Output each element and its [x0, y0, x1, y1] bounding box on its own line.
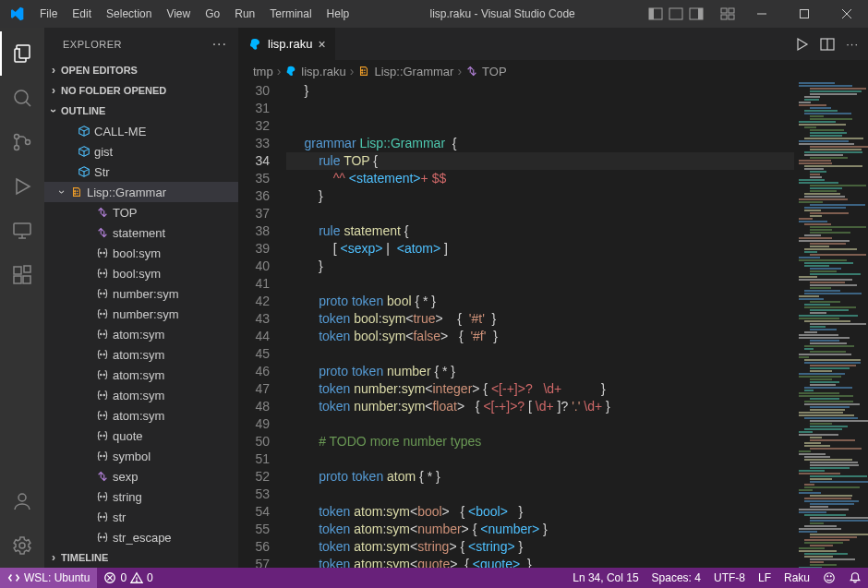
rule-icon: [94, 246, 111, 259]
svg-point-59: [103, 455, 104, 456]
outline-item[interactable]: TOP: [44, 202, 238, 222]
outline-item[interactable]: sexp: [44, 466, 238, 486]
svg-point-39: [103, 252, 104, 253]
run-debug-activity[interactable]: [0, 164, 44, 209]
minimize-button[interactable]: [741, 0, 783, 28]
svg-point-63: [103, 496, 104, 497]
outline-item[interactable]: Str: [44, 162, 238, 182]
rule-icon: [94, 531, 111, 544]
settings-activity[interactable]: [0, 523, 44, 568]
outline-item[interactable]: ›Lisp::Grammar: [44, 182, 238, 202]
panel-left-icon[interactable]: [648, 6, 663, 21]
explorer-title: EXPLORER: [63, 39, 122, 50]
breadcrumb-item[interactable]: TOP: [465, 65, 507, 78]
menu-edit[interactable]: Edit: [65, 0, 99, 28]
svg-rect-8: [729, 15, 734, 19]
language-mode[interactable]: Raku: [778, 568, 816, 588]
more-icon[interactable]: ···: [846, 37, 859, 51]
outline-item[interactable]: number:sym: [44, 283, 238, 304]
indentation[interactable]: Spaces: 4: [645, 568, 707, 588]
split-editor-icon[interactable]: [820, 37, 835, 52]
no-folder-section[interactable]: ›NO FOLDER OPENED: [44, 80, 238, 101]
open-editors-section[interactable]: ›OPEN EDITORS: [44, 60, 238, 80]
outline-item[interactable]: number:sym: [44, 304, 238, 324]
menu-selection[interactable]: Selection: [99, 0, 159, 28]
svg-point-15: [15, 135, 19, 139]
more-actions-icon[interactable]: ···: [212, 36, 227, 53]
accounts-activity[interactable]: [0, 479, 44, 523]
notifications-icon[interactable]: [842, 568, 868, 588]
cursor-position[interactable]: Ln 34, Col 15: [566, 568, 645, 588]
breadcrumb-item[interactable]: lisp.raku: [284, 65, 345, 78]
menu-go[interactable]: Go: [198, 0, 227, 28]
outline-label: number:sym: [113, 307, 179, 321]
customize-layout-icon[interactable]: [720, 6, 735, 21]
tab-lisp-raku[interactable]: lisp.raku ×: [238, 28, 336, 60]
encoding[interactable]: UTF-8: [707, 568, 752, 588]
panel-bottom-icon[interactable]: [669, 6, 683, 21]
panel-right-icon[interactable]: [689, 6, 704, 21]
line-number-gutter: 3031323334353637383940414243444546474849…: [238, 82, 286, 568]
rule-icon: [94, 429, 111, 442]
outline-item[interactable]: atom:sym: [44, 344, 238, 365]
outline-item[interactable]: str: [44, 507, 238, 527]
outline-item[interactable]: bool:sym: [44, 243, 238, 263]
code-editor[interactable]: 3031323334353637383940414243444546474849…: [238, 82, 794, 568]
outline-item[interactable]: quote: [44, 426, 238, 446]
source-control-activity[interactable]: [0, 120, 44, 164]
eol[interactable]: LF: [752, 568, 778, 588]
run-icon[interactable]: [794, 37, 809, 52]
outline-item[interactable]: string: [44, 486, 238, 507]
minimap[interactable]: [794, 82, 868, 568]
outline-label: statement: [113, 226, 165, 240]
svg-point-41: [103, 272, 104, 273]
sidebar-header: EXPLORER ···: [44, 28, 238, 60]
layout-controls[interactable]: [648, 6, 741, 21]
maximize-button[interactable]: [783, 0, 826, 28]
svg-point-58: [101, 455, 102, 456]
outline-label: CALL-ME: [94, 125, 146, 138]
menu-help[interactable]: Help: [319, 0, 357, 28]
menu-terminal[interactable]: Terminal: [262, 0, 319, 28]
chevron-right-icon: ›: [46, 551, 61, 564]
breadcrumb-item[interactable]: tmp: [253, 65, 273, 78]
outline-item[interactable]: str_escape: [44, 527, 238, 547]
menu-file[interactable]: File: [32, 0, 65, 28]
svg-point-47: [103, 333, 104, 334]
outline-item[interactable]: atom:sym: [44, 385, 238, 405]
explorer-activity[interactable]: [0, 31, 44, 76]
remote-explorer-activity[interactable]: [0, 209, 44, 253]
problems-indicator[interactable]: 0 0: [97, 568, 159, 588]
outline-item[interactable]: CALL-ME: [44, 121, 238, 141]
outline-item[interactable]: bool:sym: [44, 263, 238, 283]
remote-indicator[interactable]: WSL: Ubuntu: [0, 568, 97, 588]
breadcrumb-item[interactable]: Lisp::Grammar: [357, 65, 453, 78]
close-button[interactable]: [826, 0, 868, 28]
outline-item[interactable]: atom:sym: [44, 324, 238, 344]
svg-point-70: [362, 70, 363, 71]
rule-icon: [94, 328, 111, 341]
svg-rect-7: [721, 15, 727, 19]
feedback-icon[interactable]: [816, 568, 842, 588]
svg-point-40: [101, 272, 102, 273]
outline-item[interactable]: gist: [44, 141, 238, 162]
outline-item[interactable]: atom:sym: [44, 365, 238, 385]
code-content[interactable]: } grammar Lisp::Grammar { rule TOP { ^^ …: [286, 82, 794, 568]
outline-item[interactable]: symbol: [44, 446, 238, 466]
extensions-activity[interactable]: [0, 253, 44, 297]
outline-item[interactable]: atom:sym: [44, 405, 238, 426]
timeline-section[interactable]: ›TIMELINE: [44, 547, 238, 568]
menu-run[interactable]: Run: [227, 0, 262, 28]
breadcrumb[interactable]: tmp›lisp.raku›Lisp::Grammar›TOP: [238, 60, 868, 82]
outline-section[interactable]: ›OUTLINE: [44, 101, 238, 121]
outline-item[interactable]: statement: [44, 222, 238, 243]
rule-icon: [94, 409, 111, 422]
rule-icon: [94, 287, 111, 300]
menu-view[interactable]: View: [159, 0, 198, 28]
outline-label: string: [113, 490, 142, 504]
close-icon[interactable]: ×: [318, 37, 325, 52]
outline-label: TOP: [113, 206, 138, 220]
search-activity[interactable]: [0, 76, 44, 120]
chevron-right-icon: ›: [46, 84, 61, 97]
svg-point-65: [103, 516, 104, 517]
